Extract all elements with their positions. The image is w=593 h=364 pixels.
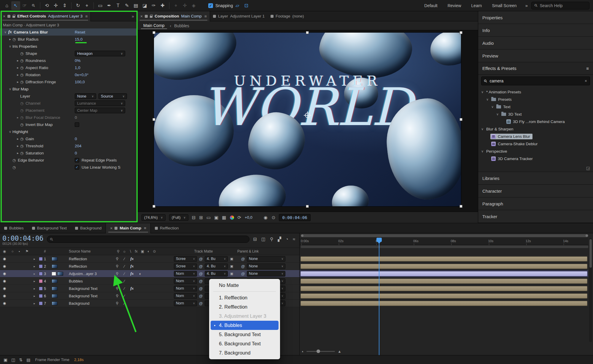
twirl-right-icon[interactable]: ▸ [15, 59, 20, 63]
property-value[interactable]: 204 [75, 144, 82, 148]
camera-tool[interactable]: ⌖ [82, 1, 91, 10]
selection-handle[interactable] [460, 205, 462, 208]
shy-icon[interactable]: ⚲ [113, 272, 121, 276]
quality-icon[interactable]: ∕ [121, 264, 128, 269]
layer-row-2[interactable]: ◉▸2Refflection⚲∕fxScree∨@4. Bu∨▣@None∨ [0, 263, 299, 270]
mask-visibility-icon[interactable]: ▭ [206, 215, 211, 220]
adjustment-half-icon[interactable]: ◐ [136, 272, 144, 276]
track-matte-dropdown[interactable]: 4. Bu∨ [205, 256, 228, 262]
selection-handle[interactable] [152, 31, 155, 34]
scrollbar-knob[interactable] [589, 239, 592, 268]
toolbar-overflow-icon[interactable]: » [522, 3, 531, 8]
tree-item-animation-presets[interactable]: ∨* Animation Presets [478, 88, 593, 96]
timeline-ruler[interactable]: 0:00s02s04s06s08s10s12s14s [300, 238, 588, 245]
selection-handle[interactable] [460, 31, 462, 34]
workspace-tab-small-screen[interactable]: Small Screen [487, 3, 522, 8]
layer-duration-bar[interactable] [301, 286, 587, 291]
parent-dropdown[interactable]: None∨ [247, 256, 285, 262]
twirl-right-icon[interactable]: ▸ [8, 37, 12, 41]
region-of-interest-icon[interactable]: ▣ [214, 215, 218, 220]
transfer-controls-icon[interactable]: ⇅ [19, 357, 23, 362]
snap-features-icon[interactable]: ⊡ [242, 1, 251, 10]
pickwhip-icon[interactable]: @ [239, 272, 247, 276]
visibility-eye-icon[interactable]: ◉ [0, 294, 9, 298]
fx-badge[interactable]: fx [128, 264, 136, 269]
panel-grip-icon[interactable]: ◲ [478, 164, 593, 172]
pickwhip-icon[interactable]: @ [197, 279, 205, 283]
composition-viewport[interactable]: UNDERWATER WORLD [137, 30, 478, 212]
visibility-eye-icon[interactable]: ◉ [0, 301, 9, 305]
layer-name[interactable]: Refflection [69, 264, 113, 269]
quality-icon[interactable]: ∕ [121, 272, 128, 276]
timeline-zoom-control[interactable]: ▲ ▲ [301, 349, 341, 354]
refresh-icon[interactable]: ⟳ [238, 215, 241, 220]
pen-tool[interactable]: ✒ [105, 1, 114, 10]
close-icon[interactable]: × [140, 14, 143, 19]
snapping-checkbox[interactable]: ✓ [208, 3, 213, 8]
playhead[interactable] [376, 238, 382, 242]
reset-button[interactable]: Reset [75, 30, 85, 34]
shy-icon[interactable]: ⚲ [113, 294, 121, 298]
property-value[interactable]: 0x+0,0° [75, 73, 88, 77]
layer-name[interactable]: Background Text [69, 286, 113, 291]
visibility-eye-icon[interactable]: ◉ [0, 279, 9, 283]
adjustment-header-icon[interactable]: ◐ [147, 249, 150, 253]
collapse-header-icon[interactable]: ☼ [123, 249, 126, 253]
panel-menu-icon[interactable]: ≡ [144, 226, 146, 230]
camera-view-icon[interactable]: ▤ [26, 357, 30, 362]
breadcrumb-nested-comp[interactable]: Bubbles [174, 23, 189, 28]
transparency-grid-icon[interactable]: ▦ [222, 215, 226, 220]
stopwatch-icon[interactable]: ◷ [20, 144, 26, 148]
twirl-down-icon[interactable]: ∨ [481, 90, 485, 94]
section-character[interactable]: Character [478, 185, 593, 197]
effect-controls-tab[interactable]: × Effect Controls Adjustment Layer 3 ≡ [0, 11, 91, 21]
selection-handle[interactable] [152, 118, 155, 121]
section-audio[interactable]: Audio [478, 37, 593, 50]
magnification-dropdown[interactable]: (74,6%) ∨ [142, 214, 166, 221]
menu-item-7-background[interactable]: 7. Background [211, 348, 279, 357]
workspace-tab-default[interactable]: Default [419, 3, 442, 8]
layer-color-chip[interactable] [37, 257, 44, 261]
timeline-tab-background-text[interactable]: Background Text [28, 223, 71, 233]
column-source-name[interactable]: Source Name [69, 249, 113, 253]
show-snapshot-icon[interactable]: ⊙ [272, 215, 276, 220]
section-preview[interactable]: Preview [478, 50, 593, 62]
shape-tool[interactable]: ▭ [96, 1, 105, 10]
panel-overflow-icon[interactable]: » [129, 14, 137, 19]
grid-guides-icon[interactable]: ⊞ [199, 215, 203, 220]
quality-icon[interactable]: ∕ [121, 286, 128, 291]
timeline-search-input[interactable]: ⚲ [47, 236, 249, 243]
pickwhip-icon[interactable]: @ [239, 257, 247, 261]
column-track-matte[interactable]: Track Matte [182, 249, 225, 253]
selection-handle[interactable] [306, 31, 309, 34]
layer-color-chip[interactable] [37, 301, 44, 305]
shy-icon[interactable]: ⚲ [113, 301, 121, 305]
layer-color-chip[interactable] [37, 294, 44, 298]
layer-duration-bar[interactable] [301, 264, 587, 269]
home-icon[interactable]: ⌂ [2, 1, 11, 10]
blend-mode-dropdown[interactable]: Norn∨ [174, 293, 197, 299]
stopwatch-icon[interactable]: ◷ [20, 58, 26, 63]
track-matte-dropdown[interactable]: 4. Bu∨ [205, 271, 228, 277]
roto-brush-tool[interactable]: ✑ [149, 1, 158, 10]
viewer-tab-layer[interactable]: LayerAdjustment Layer 1 [210, 11, 268, 21]
layer-row-1[interactable]: ◉▸1Refflection⚲∕fxScree∨@4. Bu∨▣@None∨ [0, 255, 299, 263]
visibility-eye-icon[interactable]: ◉ [0, 257, 9, 261]
pickwhip-icon[interactable]: @ [197, 301, 205, 306]
zoom-slider-knob[interactable] [317, 349, 320, 353]
layer-duration-bar[interactable] [301, 293, 587, 298]
twirl-right-icon[interactable]: ▸ [15, 80, 20, 84]
frame-blending-icon[interactable]: ▞ [278, 237, 281, 242]
selection-tool[interactable]: ↖ [11, 1, 20, 10]
zoom-in-icon[interactable]: ▲ [338, 349, 341, 354]
parent-dropdown[interactable]: None∨ [247, 271, 285, 277]
blend-mode-dropdown[interactable]: Norn∨ [174, 301, 197, 306]
checkbox[interactable]: ✓ [75, 158, 79, 162]
stopwatch-icon[interactable]: ◷ [20, 66, 26, 70]
blend-mode-dropdown[interactable]: Norn∨ [174, 286, 197, 291]
tree-item-presets[interactable]: ∨Presets [478, 96, 593, 103]
twirl-right-icon[interactable]: ▸ [15, 116, 20, 119]
property-value[interactable]: 100,0 [75, 80, 85, 84]
orbit-camera-tool[interactable]: ⟲ [42, 1, 51, 10]
motion-blur-icon[interactable]: ◔ [286, 237, 288, 242]
